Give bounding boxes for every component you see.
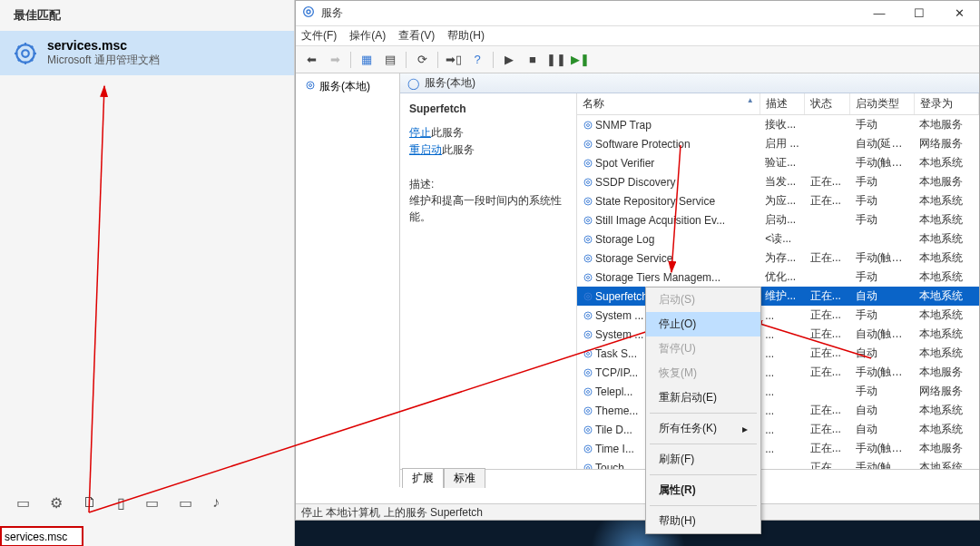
tree-pane: 服务(本地) — [296, 73, 400, 487]
minimize-button[interactable]: — — [859, 1, 899, 26]
table-row[interactable]: State Repository Service为应...正在...手动本地系统 — [577, 191, 979, 210]
svg-point-14 — [584, 122, 592, 129]
ctx-restart[interactable]: 重新启动(E) — [646, 385, 760, 410]
titlebar[interactable]: 服务 — ☐ ✕ — [296, 1, 979, 26]
search-box[interactable] — [0, 526, 83, 546]
svg-point-48 — [584, 445, 592, 453]
menu-view[interactable]: 查看(V) — [398, 28, 435, 44]
table-row[interactable]: SSDP Discovery当发...正在...手动本地服务 — [577, 172, 979, 191]
detail-header: ◯ 服务(本地) — [400, 73, 979, 93]
svg-point-26 — [584, 236, 592, 243]
video-icon[interactable]: ▭ — [179, 494, 192, 512]
stop-button[interactable]: ■ — [523, 50, 543, 70]
music-icon[interactable]: ♪ — [212, 494, 220, 512]
services-window: 服务 — ☐ ✕ 文件(F) 操作(A) 查看(V) 帮助(H) ⬅ ➡ ▦ ▤… — [295, 0, 980, 521]
back-button[interactable]: ⬅ — [301, 50, 321, 70]
col-status[interactable]: 状态 — [805, 93, 850, 115]
col-name[interactable]: 名称 — [577, 93, 760, 115]
ctx-pause: 暂停(U) — [646, 336, 760, 361]
table-row[interactable]: Touch......正在...手动(触发...本地系统 — [577, 458, 979, 469]
restart-link[interactable]: 重启动 — [409, 143, 442, 156]
table-row[interactable]: Software Protection启用 ...自动(延迟...网络服务 — [577, 134, 979, 153]
close-button[interactable]: ✕ — [939, 1, 979, 26]
table-row[interactable]: Storage Service为存...正在...手动(触发...本地系统 — [577, 249, 979, 268]
svg-point-37 — [587, 334, 590, 336]
col-startup[interactable]: 启动类型 — [850, 93, 915, 115]
table-row[interactable]: Telepl......手动网络服务 — [577, 382, 979, 401]
table-row[interactable]: System ......正在...手动本地系统 — [577, 306, 979, 325]
stop-link[interactable]: 停止 — [409, 126, 431, 139]
help-button[interactable]: ? — [467, 50, 487, 70]
view-button[interactable]: ▦ — [357, 50, 377, 70]
svg-point-11 — [307, 10, 310, 14]
col-desc[interactable]: 描述 — [760, 93, 805, 115]
search-result-services-msc[interactable]: services.msc Microsoft 通用管理文档 — [0, 31, 294, 75]
menu-file[interactable]: 文件(F) — [301, 28, 337, 44]
svg-point-46 — [584, 426, 592, 434]
window-title: 服务 — [321, 5, 859, 21]
service-context-menu: 启动(S) 停止(O) 暂停(U) 恢复(M) 重新启动(E) 所有任务(K)▸… — [645, 287, 761, 534]
restart-button[interactable]: ▶❚ — [570, 50, 590, 70]
table-row[interactable]: Superfetch维护...正在...自动本地系统 — [577, 287, 979, 306]
svg-point-30 — [584, 274, 592, 281]
ctx-refresh[interactable]: 刷新(F) — [646, 447, 760, 472]
forward-button[interactable]: ➡ — [325, 50, 345, 70]
settings-icon[interactable]: ⚙ — [50, 494, 63, 512]
play-button[interactable]: ▶ — [499, 50, 519, 70]
tree-services-local[interactable]: 服务(本地) — [301, 77, 394, 96]
tree-root-label: 服务(本地) — [319, 79, 370, 94]
svg-point-40 — [584, 369, 592, 376]
svg-point-49 — [587, 448, 590, 451]
table-row[interactable]: Task S......正在...自动本地系统 — [577, 344, 979, 363]
svg-line-9 — [18, 58, 20, 60]
web-icon[interactable]: ▭ — [145, 494, 159, 512]
start-categories: ▭ ⚙ 🗋 ▯ ▭ ▭ ♪ — [0, 489, 294, 517]
table-row[interactable]: Time I......正在...手动(触发...本地服务 — [577, 439, 979, 458]
ctx-stop[interactable]: 停止(O) — [646, 312, 760, 336]
table-row[interactable]: SNMP Trap接收...手动本地服务 — [577, 115, 979, 135]
table-row[interactable]: Storage Log<读...本地系统 — [577, 229, 979, 249]
menu-help[interactable]: 帮助(H) — [447, 28, 485, 44]
svg-point-29 — [587, 258, 590, 260]
back-arrow-icon[interactable]: ◯ — [407, 77, 419, 90]
phone-icon[interactable]: ▯ — [117, 494, 125, 512]
properties-button[interactable]: ▤ — [380, 50, 400, 70]
ctx-help[interactable]: 帮助(H) — [646, 509, 760, 533]
ctx-all-tasks[interactable]: 所有任务(K)▸ — [646, 416, 760, 441]
table-row[interactable]: System ......正在...自动(触发...本地系统 — [577, 325, 979, 344]
table-row[interactable]: Spot Verifier验证...手动(触发...本地系统 — [577, 153, 979, 172]
search-input[interactable] — [2, 529, 82, 545]
svg-point-45 — [587, 410, 590, 413]
tab-extended[interactable]: 扩展 — [402, 468, 444, 488]
selected-service-title: Superfetch — [409, 102, 567, 115]
svg-line-8 — [31, 45, 33, 47]
table-row[interactable]: Storage Tiers Managem...优化...手动本地系统 — [577, 268, 979, 287]
taskbar[interactable] — [295, 521, 980, 546]
service-gear-icon — [583, 215, 593, 226]
svg-point-31 — [587, 277, 590, 279]
export-button[interactable]: ➡▯ — [444, 50, 464, 70]
table-row[interactable]: Still Image Acquisition Ev...启动...手动本地系统 — [577, 210, 979, 229]
refresh-button[interactable]: ⟳ — [412, 50, 432, 70]
service-gear-icon — [583, 424, 593, 435]
table-row[interactable]: TCP/IP......正在...手动(触发...本地服务 — [577, 363, 979, 382]
table-row[interactable]: Theme......正在...自动本地系统 — [577, 401, 979, 420]
tab-standard[interactable]: 标准 — [444, 468, 485, 488]
ctx-all-tasks-label: 所有任务(K) — [659, 421, 717, 436]
svg-point-21 — [587, 181, 590, 184]
services-table[interactable]: 名称 描述 状态 启动类型 登录为 SNMP Trap接收...手动本地服务So… — [577, 93, 979, 469]
service-gear-icon — [583, 139, 593, 150]
maximize-button[interactable]: ☐ — [899, 1, 939, 26]
service-gear-icon — [583, 234, 593, 245]
menu-action[interactable]: 操作(A) — [349, 28, 386, 44]
table-row[interactable]: Tile D......正在...自动本地系统 — [577, 420, 979, 439]
pause-button[interactable]: ❚❚ — [546, 50, 566, 70]
app-list-icon[interactable]: ▭ — [16, 494, 30, 512]
documents-icon[interactable]: 🗋 — [83, 494, 97, 512]
svg-point-36 — [584, 331, 592, 338]
col-logon[interactable]: 登录为 — [914, 93, 978, 115]
svg-point-27 — [587, 239, 590, 241]
ctx-properties[interactable]: 属性(R) — [646, 478, 760, 502]
service-gear-icon — [583, 348, 593, 359]
result-subtitle: Microsoft 通用管理文档 — [47, 53, 160, 68]
